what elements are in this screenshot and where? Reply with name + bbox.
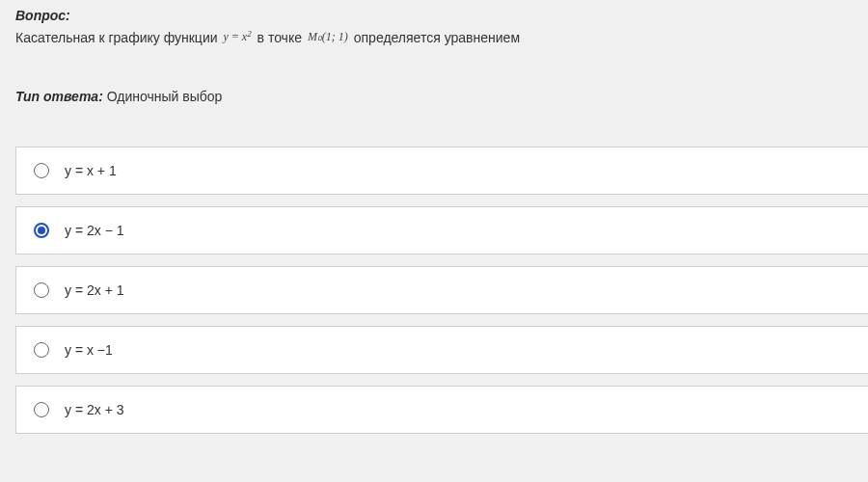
radio-icon[interactable] — [34, 402, 49, 417]
question-text-before: Касательная к графику функции — [15, 30, 221, 45]
option-4[interactable]: y = x −1 — [15, 326, 868, 374]
radio-icon[interactable] — [34, 223, 49, 238]
answer-type-value: Одиночный выбор — [103, 89, 223, 104]
option-1[interactable]: y = x + 1 — [15, 147, 868, 195]
answer-type-row: Тип ответа: Одиночный выбор — [15, 89, 868, 104]
option-label: y = 2x − 1 — [65, 223, 123, 238]
question-text-mid: в точке — [254, 30, 306, 45]
radio-icon[interactable] — [34, 342, 49, 358]
option-label: y = x −1 — [65, 342, 113, 358]
question-label: Вопрос: — [15, 8, 868, 23]
option-5[interactable]: y = 2x + 3 — [15, 386, 868, 434]
option-label: y = 2x + 3 — [65, 402, 123, 417]
question-container: Вопрос: Касательная к графику функции y … — [0, 0, 868, 434]
point-formula: M₀(1; 1) — [306, 28, 350, 46]
question-text: Касательная к графику функции y = x2 в т… — [15, 27, 868, 48]
radio-dot-icon — [38, 227, 45, 234]
option-label: y = 2x + 1 — [65, 282, 123, 298]
radio-icon[interactable] — [34, 282, 49, 298]
option-2[interactable]: y = 2x − 1 — [15, 206, 868, 254]
function-formula: y = x2 — [221, 27, 253, 46]
radio-icon[interactable] — [34, 163, 49, 178]
question-text-after: определяется уравнением — [350, 30, 520, 45]
options-list: y = x + 1 y = 2x − 1 y = 2x + 1 y = x −1… — [15, 147, 868, 434]
answer-type-label: Тип ответа: — [15, 89, 103, 104]
option-label: y = x + 1 — [65, 163, 117, 178]
option-3[interactable]: y = 2x + 1 — [15, 266, 868, 314]
